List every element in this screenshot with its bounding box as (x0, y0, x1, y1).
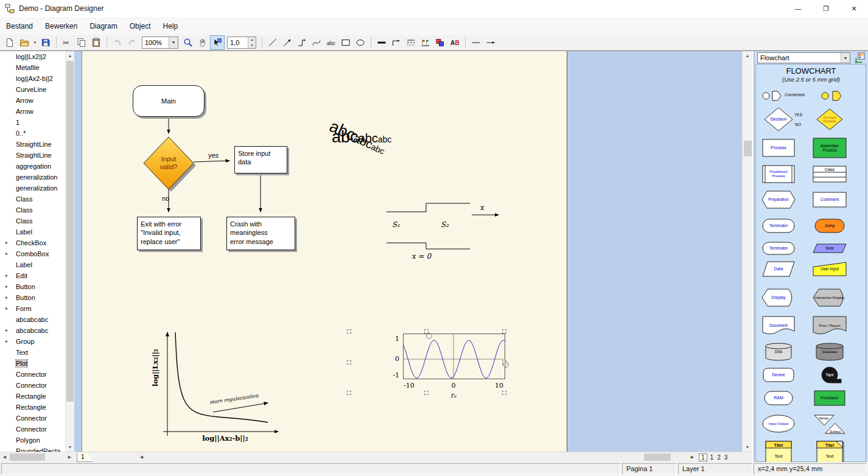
palette-item-predefined-process[interactable]: Predefined Process (762, 165, 795, 183)
list-item-generalization[interactable]: generalization (0, 172, 65, 183)
text-tool-button[interactable]: abc (324, 35, 338, 50)
cut-button[interactable]: ✂ (60, 35, 74, 50)
color-style-button[interactable] (433, 35, 447, 50)
palette-item-process[interactable]: Process (762, 139, 795, 157)
redo-button[interactable] (125, 35, 139, 50)
line-tool-button[interactable] (265, 35, 280, 50)
pan-tool-button[interactable] (195, 35, 210, 50)
palette-item-connector-flag[interactable] (772, 91, 782, 101)
rectangle-tool-button[interactable] (338, 35, 353, 50)
polyline-tool-button[interactable] (295, 35, 309, 50)
scroll-right-icon[interactable]: ▶ (65, 452, 74, 462)
menu-help[interactable]: Help (156, 19, 184, 33)
list-item-arrow[interactable]: Arrow (0, 95, 65, 106)
palette-item-note[interactable]: Note (813, 243, 847, 253)
canvas-hscrollbar[interactable]: ◀ ▶ (137, 452, 697, 462)
expander-icon[interactable]: ▸ (5, 292, 8, 303)
line-ends-style-button[interactable] (418, 35, 433, 50)
flowchart-node-decision-label[interactable]: Input valid? (152, 155, 185, 170)
palette-item-print-report[interactable]: Print / Report (813, 316, 847, 335)
zoom-tool-button[interactable] (181, 35, 195, 50)
object-list-hscrollbar[interactable]: ◀ ▶ (0, 452, 74, 462)
scroll-right-icon[interactable]: ▶ (688, 452, 697, 462)
scrollbar-thumb[interactable] (744, 141, 752, 156)
scroll-down-icon[interactable]: ▼ (743, 443, 752, 452)
palette-item-data[interactable]: Data (762, 261, 795, 277)
list-item-class[interactable]: Class (0, 215, 65, 226)
spinner-down-button[interactable]: ▼ (248, 43, 256, 48)
flowchart-node-crash[interactable]: Crash with meaningless error message (226, 217, 295, 250)
palette-item-jump[interactable]: Jump (814, 219, 845, 233)
list-item-log-lx2-2[interactable]: log||Lx2||2 (0, 51, 65, 62)
expander-icon[interactable]: ▸ (5, 325, 8, 336)
palette-item-decision[interactable]: Decision (764, 107, 793, 131)
scroll-down-icon[interactable]: ▼ (66, 443, 74, 452)
list-item-curveline[interactable]: CurveLine (0, 84, 65, 95)
zoom-combobox[interactable]: 100%▾ (142, 37, 178, 49)
list-item-text[interactable]: Text (0, 347, 65, 358)
list-item-generalization[interactable]: generalization (0, 183, 65, 194)
list-item-connector[interactable]: Connector (0, 413, 65, 424)
list-item-rectangle[interactable]: Rectangle (0, 391, 65, 402)
flowchart-node-exit[interactable]: Exit with error "Invalid input, replace … (137, 217, 201, 250)
palette-item-comment[interactable]: Comment (813, 192, 847, 208)
object-list-vscrollbar[interactable]: ▲ ▼ (65, 51, 74, 452)
line-width-spinner[interactable]: 1,0▲▼ (227, 37, 256, 49)
close-button[interactable]: ✕ (840, 0, 868, 17)
scrollbar-thumb[interactable] (644, 453, 671, 461)
expander-icon[interactable]: ▸ (5, 303, 8, 314)
sine-plot[interactable] (403, 334, 505, 379)
menu-object[interactable]: Object (124, 19, 157, 33)
palette-item-user-input[interactable]: User Input (813, 262, 847, 276)
canvas-area[interactable]: Main Input valid? yes no Store input dat… (74, 51, 752, 452)
scroll-left-icon[interactable]: ◀ (137, 452, 146, 462)
menu-diagram[interactable]: Diagram (83, 19, 123, 33)
line-start-style-button[interactable] (469, 35, 483, 50)
selection-handle-6[interactable] (424, 391, 429, 395)
paste-button[interactable] (89, 35, 103, 50)
list-item-checkbox[interactable]: ▸CheckBox (0, 237, 65, 248)
palette-item-title-block[interactable]: TitelText (765, 441, 792, 465)
list-item-plot[interactable]: Plot (0, 358, 65, 369)
scroll-left-icon[interactable]: ◀ (0, 452, 9, 462)
list-item-metafile[interactable]: Metafile (0, 62, 65, 73)
canvas-page-tab[interactable]: 1 (77, 453, 93, 462)
selection-handle-2[interactable] (502, 329, 506, 334)
palette-item-tape[interactable]: Tape (817, 366, 842, 383)
list-item-button[interactable]: ▸Button (0, 281, 65, 292)
palette-item-connector-circle[interactable] (762, 92, 770, 100)
open-dropdown-arrow[interactable]: ▾ (32, 36, 38, 49)
list-item-polygon[interactable]: Polygon (0, 435, 65, 446)
select-tool-button[interactable] (210, 35, 225, 50)
list-item-straightline[interactable]: StraightLine (0, 139, 65, 150)
palette-item-class[interactable]: Class (813, 166, 847, 183)
minimize-button[interactable]: — (784, 0, 812, 17)
dash-style-button[interactable] (404, 35, 418, 50)
palette-item-ram[interactable]: RAM (764, 391, 793, 405)
selection-handle-0[interactable] (347, 329, 351, 334)
palette-item-document[interactable]: Document (762, 316, 795, 335)
list-item-1[interactable]: 1 (0, 117, 65, 128)
expander-icon[interactable]: ▸ (5, 281, 8, 292)
palette-item-terminator-2[interactable]: Terminator (762, 242, 795, 255)
menu-bestand[interactable]: Bestand (0, 19, 39, 33)
zoom-dropdown-icon[interactable]: ▾ (169, 37, 178, 48)
selection-handle-5[interactable] (347, 391, 351, 395)
spinner-up-button[interactable]: ▲ (248, 37, 256, 43)
page-tab-3[interactable]: 3 (724, 454, 729, 461)
list-item-edit[interactable]: ▸Edit (0, 270, 65, 281)
list-item-class[interactable]: Class (0, 194, 65, 205)
new-button[interactable] (2, 35, 17, 50)
list-item-rectangle[interactable]: Rectangle (0, 402, 65, 413)
list-item-connector[interactable]: Connector (0, 380, 65, 391)
list-item-abcabcabc[interactable]: ▸abcabcabc (0, 325, 65, 336)
palette-item-input-output[interactable]: Input Output (762, 415, 795, 433)
palette-item-merge-extract[interactable]: MergeExtract (814, 414, 845, 435)
expander-icon[interactable]: ▸ (5, 237, 8, 248)
palette-item-processor[interactable]: Processor (814, 390, 845, 406)
scrollbar-thumb[interactable] (66, 61, 74, 402)
flowchart-node-store[interactable]: Store input data (234, 146, 287, 173)
list-item-connector[interactable]: Connector (0, 424, 65, 435)
palette-item-preparation[interactable]: Preparation (761, 191, 796, 209)
selection-handle-7[interactable] (502, 391, 506, 395)
